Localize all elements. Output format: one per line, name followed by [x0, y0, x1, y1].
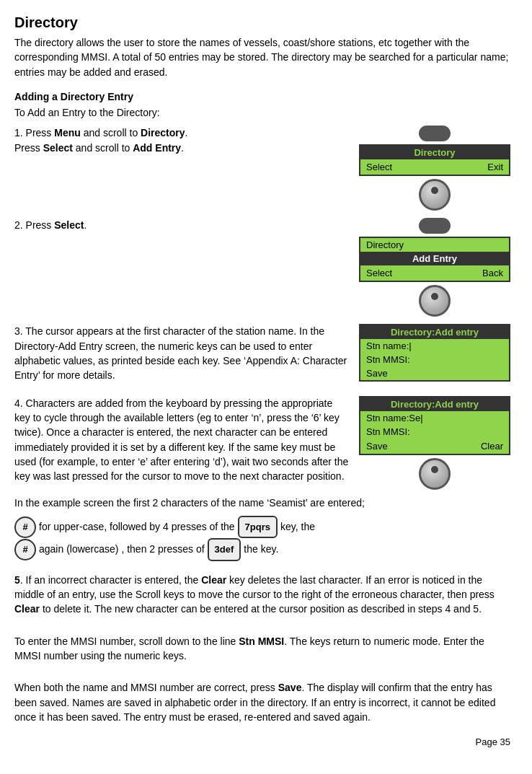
screen4-line1: Stn name:Se|: [360, 411, 509, 425]
page-title: Directory: [14, 14, 510, 31]
screen1-row: Select Exit: [360, 159, 509, 175]
step1-controls: Directory Select Exit: [359, 126, 510, 211]
step5-text: 5. If an incorrect character is entered,…: [14, 573, 510, 617]
step4-controls: Directory:Add entry Stn name:Se| Stn MMS…: [359, 396, 510, 490]
step4-text: 4. Characters are added from the keyboar…: [14, 396, 349, 490]
step4-example: In the example screen the first 2 charac…: [14, 496, 510, 510]
rotary-dial-1: [419, 179, 451, 211]
screen2-title-plain: Directory: [360, 238, 509, 252]
oval-button-1: [419, 126, 451, 141]
screen2-highlight: Add Entry: [360, 252, 509, 265]
step3-text: 3. The cursor appears at the first chara…: [14, 324, 349, 388]
screen2-row: Select Back: [360, 265, 509, 281]
hash-key-2: #: [14, 539, 36, 560]
screen3-line3: Save: [360, 366, 509, 380]
oval-button-2: [419, 218, 451, 234]
hash-key-1: #: [14, 516, 36, 538]
screen3: Directory:Add entry Stn name:| Stn MMSI:…: [359, 324, 510, 382]
screen4-line2: Stn MMSI:: [360, 425, 509, 439]
section-sub: To Add an Entry to the Directory:: [14, 105, 510, 120]
step1-text: 1. Press Menu and scroll to Directory.Pr…: [14, 126, 349, 161]
intro-text: The directory allows the user to store t…: [14, 35, 510, 79]
screen4-title: Directory:Add entry: [360, 397, 509, 411]
screen1-title: Directory: [360, 146, 509, 159]
step2-controls: Directory Add Entry Select Back: [359, 218, 510, 317]
screen3-line2: Stn MMSI:: [360, 353, 509, 366]
step4-keys-line2: # again (lowercase) , then 2 presses of …: [14, 538, 510, 560]
screen4: Directory:Add entry Stn name:Se| Stn MMS…: [359, 396, 510, 455]
step3-controls: Directory:Add entry Stn name:| Stn MMSI:…: [359, 324, 510, 382]
key-3def: 3def: [208, 538, 241, 560]
rotary-dial-2: [419, 285, 451, 317]
step2-text: 2. Press Select.: [14, 218, 349, 238]
step4-keys-line1: # for upper-case, followed by 4 presses …: [14, 516, 510, 538]
screen3-title: Directory:Add entry: [360, 325, 509, 339]
rotary-dial-3: [419, 458, 451, 490]
screen2: Directory Add Entry Select Back: [359, 237, 510, 282]
key-7pqrs: 7pqrs: [238, 516, 278, 538]
section-title: Adding a Directory Entry: [14, 89, 510, 104]
mmsi-text: To enter the MMSI number, scroll down to…: [14, 634, 510, 664]
screen1: Directory Select Exit: [359, 144, 510, 176]
screen4-row: Save Clear: [360, 439, 509, 454]
screen3-line1: Stn name:|: [360, 339, 509, 353]
save-text: When both the name and MMSI number are c…: [14, 680, 510, 724]
page-number: Page 35: [14, 736, 510, 749]
